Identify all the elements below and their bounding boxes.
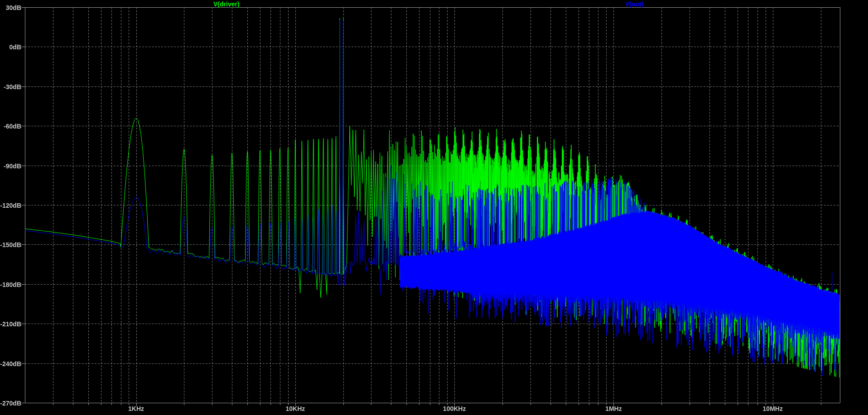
legend-vout-label[interactable]: V(out) [625,0,643,8]
y-tick-label: 30dB [0,5,21,11]
x-tick-label: 10MHz [763,405,783,412]
x-tick-label: 1MHz [605,405,622,412]
legend-vdriver-label[interactable]: V(driver) [213,0,240,8]
y-tick-label: -240dB [0,361,21,367]
y-tick-label: -150dB [0,242,21,248]
y-tick-label: 0dB [0,44,21,50]
y-tick-label: -210dB [0,321,21,327]
x-tick-label: 100KHz [443,405,466,412]
y-tick-label: -90dB [0,163,21,169]
y-tick-label: -30dB [0,84,21,90]
y-tick-label: -270dB [0,400,21,406]
fft-plot-canvas[interactable] [0,0,868,415]
y-tick-label: -60dB [0,123,21,129]
y-tick-label: -180dB [0,281,21,288]
x-tick-label: 1KHz [128,405,144,412]
x-tick-label: 10KHz [285,405,305,412]
y-tick-label: -120dB [0,202,21,209]
ltspice-fft-plot-window: 30dB0dB-30dB-60dB-90dB-120dB-150dB-180dB… [0,0,868,415]
